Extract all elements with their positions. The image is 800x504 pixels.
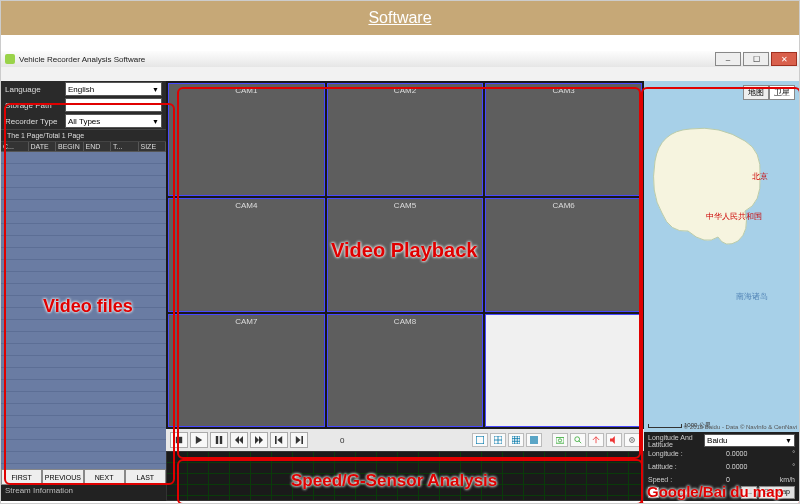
minimize-button[interactable]: – xyxy=(715,52,741,66)
gps-file-label: GPS File xyxy=(662,489,690,496)
map-view[interactable]: 地图 卫星 北京 中华人民共和国 南海诸岛 1000 公里 © 2015 Bai… xyxy=(644,81,799,432)
svg-rect-0 xyxy=(176,437,182,443)
map-country-label: 中华人民共和国 xyxy=(706,211,762,222)
layout-1-icon[interactable] xyxy=(472,433,488,447)
browse-button[interactable]: ... xyxy=(741,486,757,499)
svg-rect-16 xyxy=(512,436,520,444)
cam-8[interactable]: CAM8 xyxy=(327,314,484,427)
pager-text: The 1 Page/Total 1 Page xyxy=(1,129,166,142)
chevron-down-icon: ▼ xyxy=(785,437,792,444)
layout-9-icon[interactable] xyxy=(508,433,524,447)
rewind-button[interactable] xyxy=(230,432,248,448)
svg-marker-7 xyxy=(259,436,263,444)
storage-path-input[interactable] xyxy=(65,98,162,112)
lng-label: Longitude : xyxy=(648,450,726,457)
storage-label: Storage Path xyxy=(5,101,65,110)
svg-rect-12 xyxy=(476,436,484,444)
lat-label: Latitude : xyxy=(648,463,726,470)
svg-marker-4 xyxy=(235,436,239,444)
cam-7[interactable]: CAM7 xyxy=(168,314,325,427)
recorder-type-select[interactable]: All Types▼ xyxy=(65,114,162,128)
cam-1[interactable]: CAM1 xyxy=(168,83,325,196)
cam-3[interactable]: CAM3 xyxy=(485,83,642,196)
cam-5[interactable]: CAM5 xyxy=(327,198,484,311)
menu-bar[interactable] xyxy=(1,67,799,81)
video-grid: CAM1 CAM2 CAM3 CAM4 CAM5 CAM6 CAM7 CAM8 xyxy=(166,81,644,429)
map-tab-satellite[interactable]: 卫星 xyxy=(769,85,795,100)
svg-marker-9 xyxy=(277,436,282,444)
file-table-header: C...DATEBEGINENDT...SIZE xyxy=(1,142,166,152)
cam-2[interactable]: CAM2 xyxy=(327,83,484,196)
gps-file-checkbox[interactable] xyxy=(648,487,659,498)
volume-icon[interactable] xyxy=(606,433,622,447)
maximize-button[interactable]: ☐ xyxy=(743,52,769,66)
svg-marker-6 xyxy=(255,436,259,444)
page-header: Software xyxy=(1,1,799,35)
lat-value: 0.0000 xyxy=(726,463,769,470)
prev-frame-button[interactable] xyxy=(270,432,288,448)
pause-button[interactable] xyxy=(210,432,228,448)
window-title: Vehicle Recorder Analysis Software xyxy=(19,55,145,64)
cam-4[interactable]: CAM4 xyxy=(168,198,325,311)
layout-16-icon[interactable] xyxy=(526,433,542,447)
svg-point-35 xyxy=(631,439,633,441)
svg-rect-11 xyxy=(301,436,303,444)
map-city-label: 北京 xyxy=(752,171,768,182)
first-button[interactable]: FIRST xyxy=(1,469,42,485)
lnglat-label: Longitude And Latitude xyxy=(648,434,704,448)
svg-line-31 xyxy=(579,441,581,443)
status-bar: Stream Information xyxy=(1,485,166,501)
snapshot-icon[interactable] xyxy=(552,433,568,447)
map-sea-label: 南海诸岛 xyxy=(736,291,768,302)
play-button[interactable] xyxy=(190,432,208,448)
map-land-icon xyxy=(650,121,770,251)
forward-button[interactable] xyxy=(250,432,268,448)
lnglat-select[interactable]: Baidu▼ xyxy=(704,434,795,447)
stop-button[interactable] xyxy=(170,432,188,448)
file-table-body[interactable] xyxy=(1,152,166,469)
speed-value: 0 xyxy=(726,476,769,483)
center-panel: CAM1 CAM2 CAM3 CAM4 CAM5 CAM6 CAM7 CAM8 … xyxy=(166,81,644,501)
previous-button[interactable]: PREVIOUS xyxy=(42,469,83,485)
map-attribution: © 2015 Baidu - Data © NavInfo & CenNavi xyxy=(684,424,797,430)
layout-4-icon[interactable] xyxy=(490,433,506,447)
recorder-type-label: Recorder Type xyxy=(5,117,65,126)
zoom-icon[interactable] xyxy=(570,433,586,447)
speed-label: Speed : xyxy=(648,476,726,483)
language-select[interactable]: English▼ xyxy=(65,82,162,96)
next-button[interactable]: NEXT xyxy=(84,469,125,485)
cam-6[interactable]: CAM6 xyxy=(485,198,642,311)
svg-marker-5 xyxy=(239,436,243,444)
chevron-down-icon: ▼ xyxy=(152,118,159,125)
svg-marker-10 xyxy=(296,436,301,444)
svg-marker-33 xyxy=(610,436,615,444)
svg-rect-2 xyxy=(216,436,218,444)
speed-gsensor-chart[interactable] xyxy=(166,451,644,501)
right-panel: 地图 卫星 北京 中华人民共和国 南海诸岛 1000 公里 © 2015 Bai… xyxy=(644,81,799,501)
set-map-button[interactable]: Set Map xyxy=(759,486,795,499)
last-button[interactable]: LAST xyxy=(125,469,166,485)
svg-rect-3 xyxy=(220,436,222,444)
lng-value: 0.0000 xyxy=(726,450,769,457)
chevron-down-icon: ▼ xyxy=(152,86,159,93)
next-frame-button[interactable] xyxy=(290,432,308,448)
map-tab-map[interactable]: 地图 xyxy=(743,85,769,100)
svg-point-29 xyxy=(558,439,561,442)
playback-toolbar: 0 xyxy=(166,429,644,451)
coordinate-panel: Longitude And Latitude Baidu▼ Longitude … xyxy=(644,432,799,501)
window-titlebar: Vehicle Recorder Analysis Software – ☐ ✕ xyxy=(1,51,799,67)
settings-icon[interactable] xyxy=(624,433,640,447)
export-icon[interactable] xyxy=(588,433,604,447)
left-panel: Language English▼ Storage Path Recorder … xyxy=(1,81,166,501)
speed-readout: 0 xyxy=(340,436,344,445)
language-label: Language xyxy=(5,85,65,94)
cam-blank xyxy=(485,314,642,427)
svg-rect-8 xyxy=(275,436,277,444)
svg-marker-1 xyxy=(196,436,202,444)
close-button[interactable]: ✕ xyxy=(771,52,797,66)
app-icon xyxy=(5,54,15,64)
